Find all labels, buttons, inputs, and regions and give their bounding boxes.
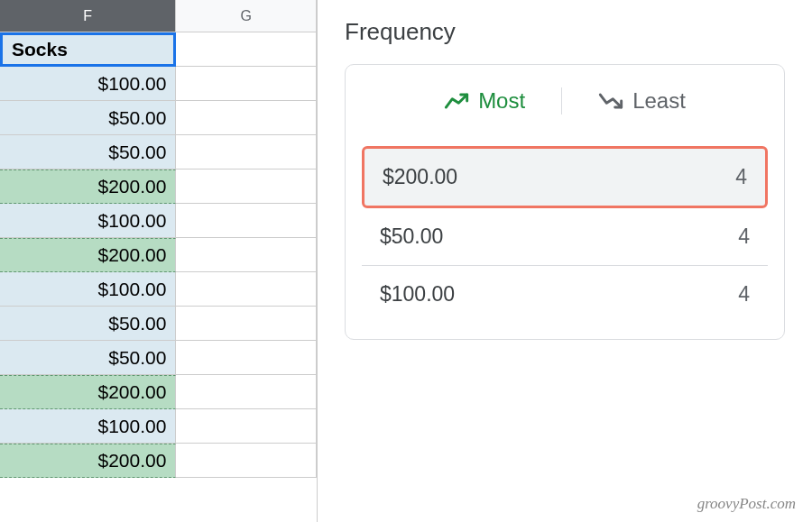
frequency-tabs: Most Least (362, 81, 768, 121)
data-cell[interactable]: $100.00 (0, 272, 176, 307)
frequency-item-count: 4 (738, 224, 750, 249)
cell-g[interactable] (176, 375, 317, 409)
tab-most-label: Most (478, 88, 525, 114)
data-cell[interactable]: $200.00 (0, 444, 176, 478)
frequency-item-count: 4 (735, 165, 747, 189)
frequency-item-label: $50.00 (380, 224, 443, 249)
cell-g[interactable] (176, 135, 317, 169)
frequency-item-label: $200.00 (383, 165, 457, 189)
tab-least-label: Least (632, 88, 686, 114)
cell-g[interactable] (176, 101, 317, 135)
cell-g[interactable] (176, 444, 317, 478)
cell-g[interactable] (176, 67, 317, 101)
frequency-card: Most Least $200.00 4 $50.00 (345, 64, 785, 340)
spreadsheet: F G Socks $100.00 $50.00 $50.00 $200.00 (0, 0, 318, 522)
data-cell[interactable]: $200.00 (0, 169, 176, 204)
frequency-item[interactable]: $100.00 4 (362, 266, 768, 323)
frequency-item[interactable]: $50.00 4 (362, 208, 768, 266)
data-cell[interactable]: $100.00 (0, 67, 176, 101)
frequency-item-label: $100.00 (380, 282, 455, 307)
watermark: groovyPost.com (697, 495, 796, 513)
data-cell[interactable]: $50.00 (0, 101, 176, 135)
data-cell[interactable]: $100.00 (0, 204, 176, 238)
tab-least[interactable]: Least (562, 81, 722, 121)
frequency-item[interactable]: $200.00 4 (362, 146, 768, 208)
cell-g[interactable] (176, 169, 317, 204)
frequency-list: $200.00 4 $50.00 4 $100.00 4 (362, 146, 768, 323)
cell-g[interactable] (176, 307, 317, 341)
data-cell[interactable]: $100.00 (0, 409, 176, 444)
cell-g[interactable] (176, 409, 317, 444)
panel-title: Frequency (345, 18, 785, 46)
cell-g-header[interactable] (176, 32, 317, 67)
cell-g[interactable] (176, 204, 317, 238)
cell-g[interactable] (176, 272, 317, 307)
cell-g[interactable] (176, 341, 317, 375)
column-headers: F G (0, 0, 317, 32)
cells-grid: Socks $100.00 $50.00 $50.00 $200.00 $100… (0, 32, 317, 478)
data-cell[interactable]: $50.00 (0, 307, 176, 341)
trend-down-icon (598, 92, 623, 110)
frequency-item-count: 4 (738, 282, 750, 307)
frequency-panel: Frequency Most Least (318, 0, 812, 522)
data-cell[interactable]: $50.00 (0, 341, 176, 375)
data-cell[interactable]: $50.00 (0, 135, 176, 169)
trend-up-icon (444, 92, 469, 110)
column-header-g[interactable]: G (176, 0, 317, 32)
data-cell[interactable]: $200.00 (0, 238, 176, 272)
cell-g[interactable] (176, 238, 317, 272)
column-header-f[interactable]: F (0, 0, 176, 32)
data-cell[interactable]: $200.00 (0, 375, 176, 409)
tab-most[interactable]: Most (408, 81, 561, 121)
header-cell[interactable]: Socks (0, 32, 176, 67)
